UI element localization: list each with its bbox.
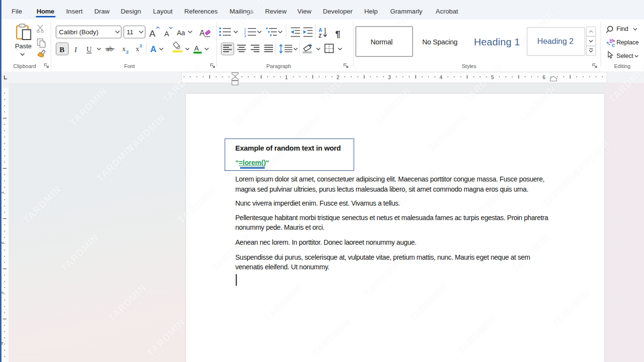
svg-text:Select: Select — [616, 52, 633, 59]
svg-text:1: 1 — [285, 74, 288, 80]
svg-text:Paste: Paste — [15, 42, 32, 50]
svg-text:Aa: Aa — [177, 29, 185, 37]
svg-text:A: A — [194, 44, 199, 52]
svg-text:A: A — [319, 28, 322, 33]
svg-text:¶: ¶ — [335, 29, 341, 39]
svg-text:No Spacing: No Spacing — [422, 38, 458, 46]
svg-text:Z: Z — [319, 33, 322, 39]
svg-text:Heading 1: Heading 1 — [474, 36, 520, 47]
svg-text:6: 6 — [543, 74, 545, 80]
svg-text:x: x — [122, 45, 126, 53]
svg-text:A: A — [149, 28, 156, 39]
svg-text:Normal: Normal — [371, 38, 393, 46]
svg-text:I: I — [74, 45, 77, 54]
svg-text:11: 11 — [127, 28, 133, 36]
svg-text:2: 2 — [140, 43, 142, 48]
svg-text:Heading 2: Heading 2 — [537, 37, 573, 45]
svg-text:Replace: Replace — [616, 39, 639, 46]
svg-text:x: x — [136, 45, 139, 53]
svg-text:5: 5 — [491, 74, 494, 80]
svg-text:U: U — [86, 45, 92, 53]
svg-text:A: A — [164, 29, 169, 38]
svg-text:B: B — [59, 45, 64, 54]
svg-text:Calibri (Body): Calibri (Body) — [59, 28, 99, 36]
svg-text:2: 2 — [126, 49, 129, 55]
svg-text:A: A — [150, 44, 157, 54]
svg-text:A: A — [200, 29, 205, 37]
svg-text:c: c — [612, 42, 615, 48]
svg-text:Find: Find — [616, 25, 628, 32]
svg-text:3: 3 — [244, 34, 246, 38]
svg-text:2: 2 — [337, 74, 340, 80]
svg-text:3: 3 — [388, 74, 391, 80]
svg-text:4: 4 — [440, 74, 443, 80]
